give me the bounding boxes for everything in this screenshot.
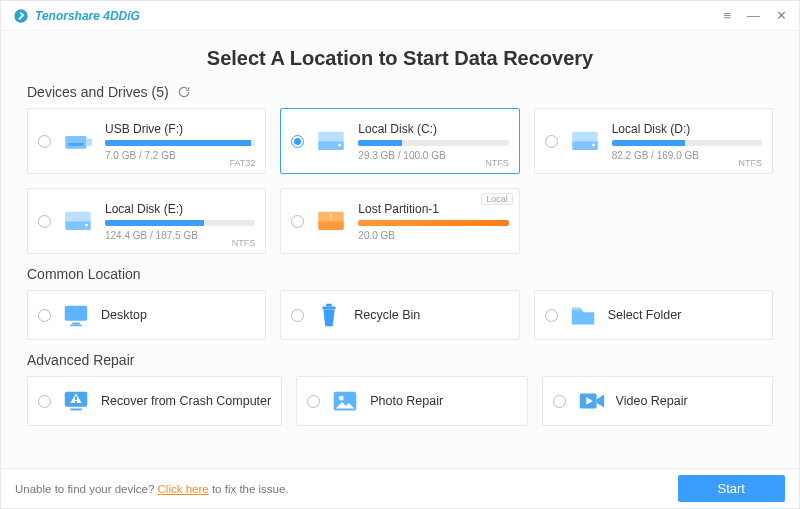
minimize-icon[interactable]: — [747, 9, 760, 22]
svg-rect-18 [323, 307, 336, 310]
advanced-heading: Advanced Repair [27, 352, 773, 368]
close-icon[interactable]: ✕ [776, 9, 787, 22]
radio[interactable] [553, 395, 566, 408]
svg-rect-23 [70, 409, 81, 411]
photo-icon [330, 387, 360, 415]
common-heading: Common Location [27, 266, 773, 282]
fs-tag: NTFS [232, 238, 256, 248]
svg-rect-2 [68, 143, 84, 146]
usage-bar [612, 140, 762, 146]
card-body: Local Disk (C:)29.3 GB / 100.0 GB [358, 122, 508, 161]
radio[interactable] [545, 309, 558, 322]
svg-rect-19 [327, 304, 333, 307]
drive-name: Local Disk (D:) [612, 122, 762, 136]
radio[interactable] [38, 309, 51, 322]
svg-point-8 [592, 144, 595, 147]
svg-rect-21 [75, 396, 77, 400]
advanced-repair-card[interactable]: Recover from Crash Computer [27, 376, 282, 426]
svg-point-5 [338, 144, 341, 147]
usage-bar [358, 220, 508, 226]
fs-tag: FAT32 [229, 158, 255, 168]
common-grid: DesktopRecycle BinSelect Folder [27, 290, 773, 340]
start-button[interactable]: Start [678, 475, 785, 502]
radio[interactable] [38, 135, 51, 148]
drive-usage: 20.0 GB [358, 230, 508, 241]
svg-rect-1 [86, 139, 92, 146]
crash-icon [61, 387, 91, 415]
drive-card[interactable]: Local Disk (E:)124.4 GB / 187.5 GBNTFS [27, 188, 266, 254]
svg-rect-7 [572, 132, 597, 142]
fs-tag: NTFS [485, 158, 509, 168]
drive-card[interactable]: !Lost Partition-120.0 GBLocal [280, 188, 519, 254]
footer-hint: Unable to find your device? Click here t… [15, 483, 289, 495]
radio[interactable] [545, 135, 558, 148]
radio[interactable] [291, 215, 304, 228]
common-location-card[interactable]: Recycle Bin [280, 290, 519, 340]
brand: Tenorshare 4DDiG [13, 8, 140, 24]
radio[interactable] [38, 395, 51, 408]
drive-card[interactable]: Local Disk (D:)82.2 GB / 169.0 GBNTFS [534, 108, 773, 174]
svg-rect-10 [65, 212, 90, 222]
radio[interactable] [291, 309, 304, 322]
radio[interactable] [291, 135, 304, 148]
main-content: Select A Location to Start Data Recovery… [1, 31, 799, 468]
card-body: Local Disk (E:)124.4 GB / 187.5 GB [105, 202, 255, 241]
drive-name: USB Drive (F:) [105, 122, 255, 136]
svg-rect-16 [72, 323, 80, 325]
fs-tag: NTFS [738, 158, 762, 168]
usb-drive-icon [61, 126, 95, 156]
hdd-drive-icon [61, 206, 95, 236]
devices-heading: Devices and Drives (5) [27, 84, 773, 100]
usage-bar [105, 140, 255, 146]
svg-rect-17 [70, 324, 81, 326]
card-body: Lost Partition-120.0 GB [358, 202, 508, 241]
svg-rect-0 [65, 136, 86, 149]
card-body: USB Drive (F:)7.0 GB / 7.2 GB [105, 122, 255, 161]
svg-rect-15 [65, 306, 88, 321]
recycle-icon [314, 301, 344, 329]
brand-text: Tenorshare 4DDiG [35, 9, 140, 23]
common-location-card[interactable]: Desktop [27, 290, 266, 340]
svg-point-11 [85, 224, 88, 227]
video-icon [576, 387, 606, 415]
svg-rect-22 [75, 401, 77, 403]
desktop-icon [61, 301, 91, 329]
item-label: Select Folder [608, 308, 762, 322]
lost-drive-icon: ! [314, 206, 348, 236]
page-title: Select A Location to Start Data Recovery [27, 47, 773, 70]
radio[interactable] [307, 395, 320, 408]
titlebar: Tenorshare 4DDiG ≡ — ✕ [1, 1, 799, 31]
folder-icon [568, 301, 598, 329]
advanced-grid: Recover from Crash ComputerPhoto RepairV… [27, 376, 773, 426]
item-label: Desktop [101, 308, 255, 322]
radio[interactable] [38, 215, 51, 228]
svg-rect-4 [319, 132, 344, 142]
advanced-repair-card[interactable]: Photo Repair [296, 376, 527, 426]
drive-name: Local Disk (C:) [358, 122, 508, 136]
card-body: Local Disk (D:)82.2 GB / 169.0 GB [612, 122, 762, 161]
fix-issue-link[interactable]: Click here [158, 483, 209, 495]
drive-card[interactable]: USB Drive (F:)7.0 GB / 7.2 GBFAT32 [27, 108, 266, 174]
local-tag: Local [481, 193, 513, 205]
item-label: Recover from Crash Computer [101, 394, 271, 408]
drives-grid: USB Drive (F:)7.0 GB / 7.2 GBFAT32Local … [27, 108, 773, 254]
drive-name: Local Disk (E:) [105, 202, 255, 216]
item-label: Video Repair [616, 394, 762, 408]
usage-bar [358, 140, 508, 146]
hdd-drive-icon [314, 126, 348, 156]
refresh-icon[interactable] [177, 85, 191, 99]
brand-logo-icon [13, 8, 29, 24]
menu-icon[interactable]: ≡ [723, 9, 731, 22]
svg-text:!: ! [330, 211, 333, 222]
advanced-repair-card[interactable]: Video Repair [542, 376, 773, 426]
drive-card[interactable]: Local Disk (C:)29.3 GB / 100.0 GBNTFS [280, 108, 519, 174]
footer: Unable to find your device? Click here t… [1, 468, 799, 508]
common-location-card[interactable]: Select Folder [534, 290, 773, 340]
item-label: Recycle Bin [354, 308, 508, 322]
item-label: Photo Repair [370, 394, 516, 408]
usage-bar [105, 220, 255, 226]
window-controls: ≡ — ✕ [723, 9, 787, 22]
hdd-drive-icon [568, 126, 602, 156]
svg-point-25 [339, 396, 344, 401]
